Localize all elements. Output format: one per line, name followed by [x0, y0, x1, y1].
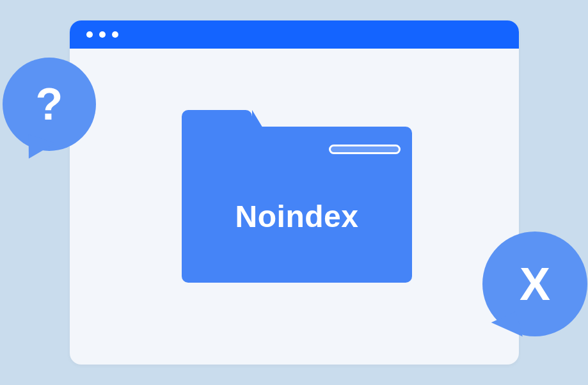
bubble-tail: [22, 134, 56, 165]
x-icon: X: [520, 258, 550, 310]
window-control-dot: [99, 31, 106, 38]
folder-label: Noindex: [182, 138, 412, 294]
question-mark-icon: ?: [36, 79, 63, 130]
window-control-dot: [112, 31, 118, 38]
window-titlebar: [70, 20, 519, 49]
folder-icon: Noindex: [182, 110, 412, 283]
question-bubble: ?: [3, 58, 96, 151]
close-bubble: X: [482, 232, 587, 336]
window-control-dot: [86, 31, 93, 38]
